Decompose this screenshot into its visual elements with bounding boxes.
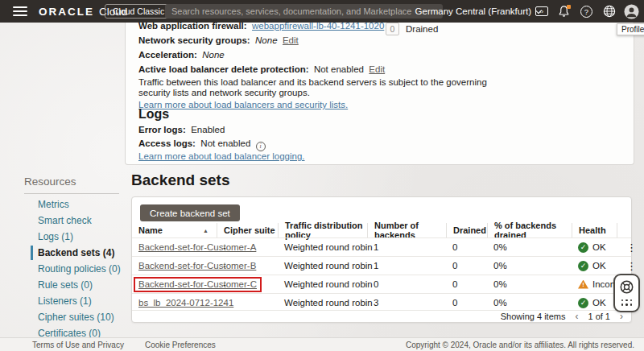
security-lists-learn-more-link[interactable]: Learn more about load balancers and secu… (138, 100, 348, 109)
policy-cell: Weighted round robin (278, 298, 367, 308)
showing-items-text: Showing 4 items (501, 312, 566, 321)
policy-cell: Weighted round robin (278, 242, 367, 252)
help-button[interactable]: ? (579, 4, 594, 19)
policy-cell: Weighted round robin (278, 261, 367, 270)
cipher-cell: - (217, 242, 278, 252)
policy-cell: Weighted round robin (278, 279, 367, 289)
drained-count: 0 (386, 23, 399, 35)
status-ok-icon: ✓ (578, 242, 588, 253)
backends-cell: 1 (367, 261, 446, 270)
drained-label: Drained (406, 24, 438, 34)
table-row: bs_lb_2024-0712-1241 - Weighted round ro… (132, 293, 631, 312)
acceleration-label: Acceleration: (138, 50, 197, 60)
oci-console-page: ORACLE Cloud Cloud Classic › Germany Cen… (0, 0, 644, 351)
error-logs-value: Enabled (191, 125, 225, 134)
notification-badge (567, 5, 571, 9)
create-backend-set-button[interactable]: Create backend set (140, 204, 240, 221)
sidebar-item-routing-policies[interactable]: Routing policies (0) (38, 264, 121, 274)
waf-link[interactable]: webappfirewall-lb-40-1241-1020 (252, 23, 384, 31)
status-ok-icon: ✓ (578, 261, 588, 271)
info-icon[interactable]: i (256, 142, 266, 151)
column-header-pct-drained[interactable]: % of backends drained (487, 223, 572, 237)
sidebar-item-backend-sets[interactable]: Backend sets (4) (38, 248, 121, 258)
health-status-text: OK (592, 242, 606, 252)
health-cell: ✓ OK (572, 298, 617, 308)
developer-tools-button[interactable]: ‹› (534, 4, 549, 19)
sidebar-item-metrics[interactable]: Metrics (38, 200, 121, 209)
search-input[interactable] (165, 4, 443, 19)
cookie-preferences-link[interactable]: Cookie Preferences (145, 341, 216, 349)
terms-link[interactable]: Terms of Use and Privacy (32, 341, 124, 349)
row-actions-menu-icon[interactable]: ⋮ (623, 261, 640, 271)
cipher-cell: - (217, 261, 278, 270)
sidebar-heading: Resources (24, 176, 76, 188)
backend-sets-heading: Backend sets (131, 171, 230, 189)
region-label: Germany Central (Frankfurt) (415, 6, 531, 16)
assistant-floating-widget (613, 274, 640, 312)
question-mark-icon: ? (580, 6, 592, 18)
backend-sets-table-card: Create backend set Name ▲ Cipher suite T… (131, 196, 632, 323)
hamburger-menu-icon[interactable] (13, 6, 27, 16)
sidebar-item-logs[interactable]: Logs (1) (38, 232, 121, 242)
health-cell: ✓ OK (572, 242, 617, 253)
error-logs-label: Error logs: (138, 125, 186, 134)
status-ok-icon: ✓ (578, 298, 588, 308)
access-logs-row: Access logs: Not enabled i (138, 138, 266, 151)
sidebar-item-listeners[interactable]: Listeners (1) (38, 296, 121, 306)
next-page-icon[interactable]: › (620, 312, 623, 321)
sidebar-item-rule-sets[interactable]: Rule sets (0) (38, 280, 121, 290)
column-header-health[interactable]: Health (572, 223, 617, 237)
waf-row: Web application firewall: webappfirewall… (138, 23, 384, 31)
app-grid-icon[interactable] (621, 299, 633, 307)
sidebar-list: Metrics Smart check Logs (1) Backend set… (38, 200, 121, 338)
drained-cell: 0 (446, 298, 487, 308)
avatar-icon (624, 4, 639, 19)
drained-metric: 0 Drained (386, 23, 438, 35)
language-button[interactable] (601, 4, 617, 19)
health-cell: ! Incomplete (572, 279, 617, 289)
logging-learn-more-link[interactable]: Learn more about load balancer logging. (138, 151, 305, 161)
region-selector[interactable]: Germany Central (Frankfurt) (415, 0, 541, 23)
load-balancer-details-card: Web application firewall: webappfirewall… (125, 23, 634, 165)
page-footer: Terms of Use and Privacy Cookie Preferen… (0, 337, 644, 351)
profile-button[interactable] (624, 4, 639, 19)
health-cell: ✓ OK (572, 261, 617, 271)
top-navigation-bar: ORACLE Cloud Cloud Classic › Germany Cen… (0, 0, 644, 23)
backends-cell: 3 (367, 298, 446, 308)
column-header-number-of-backends[interactable]: Number of backends (367, 223, 446, 237)
sort-ascending-icon[interactable]: ▲ (203, 228, 208, 233)
acceleration-value: None (202, 50, 225, 60)
access-logs-value: Not enabled (200, 138, 250, 148)
backends-cell: 1 (367, 242, 446, 252)
health-status-text: OK (592, 261, 606, 270)
previous-page-icon[interactable]: ‹ (575, 312, 578, 321)
column-header-traffic-policy[interactable]: Traffic distribution policy (278, 223, 367, 237)
status-warning-icon: ! (578, 280, 588, 289)
pct-drained-cell: 0% (487, 279, 572, 289)
column-header-name[interactable]: Name ▲ (132, 223, 217, 237)
drained-cell: 0 (446, 242, 487, 252)
brand-oracle: ORACLE (39, 6, 94, 18)
sidebar-item-cipher-suites[interactable]: Cipher suites (10) (38, 312, 121, 322)
pct-drained-cell: 0% (487, 242, 572, 252)
column-header-cipher-suite[interactable]: Cipher suite (217, 223, 278, 237)
delete-protection-value: Not enabled (314, 64, 364, 74)
pct-drained-cell: 0% (487, 298, 572, 308)
delete-protection-label: Active load balancer delete protection: (138, 64, 309, 74)
column-header-drained[interactable]: Drained (446, 223, 487, 237)
row-actions-menu-icon[interactable]: ⋮ (623, 242, 640, 253)
acceleration-row: Acceleration: None (138, 50, 225, 60)
backends-cell: 0 (367, 279, 446, 289)
table-header-row: Name ▲ Cipher suite Traffic distribution… (132, 223, 631, 237)
profile-tooltip: Profile (617, 23, 644, 35)
notifications-button[interactable] (556, 4, 572, 19)
sidebar-divider (24, 193, 119, 194)
delete-protection-edit-link[interactable]: Edit (369, 64, 385, 74)
nsg-edit-link[interactable]: Edit (283, 35, 299, 45)
sidebar-item-smart-check[interactable]: Smart check (38, 216, 121, 225)
code-icon: ‹› (535, 6, 548, 16)
nsg-label: Network security groups: (138, 35, 250, 45)
global-search-bar (165, 4, 443, 19)
help-lifering-button[interactable] (619, 279, 634, 295)
cipher-cell: - (217, 279, 278, 289)
